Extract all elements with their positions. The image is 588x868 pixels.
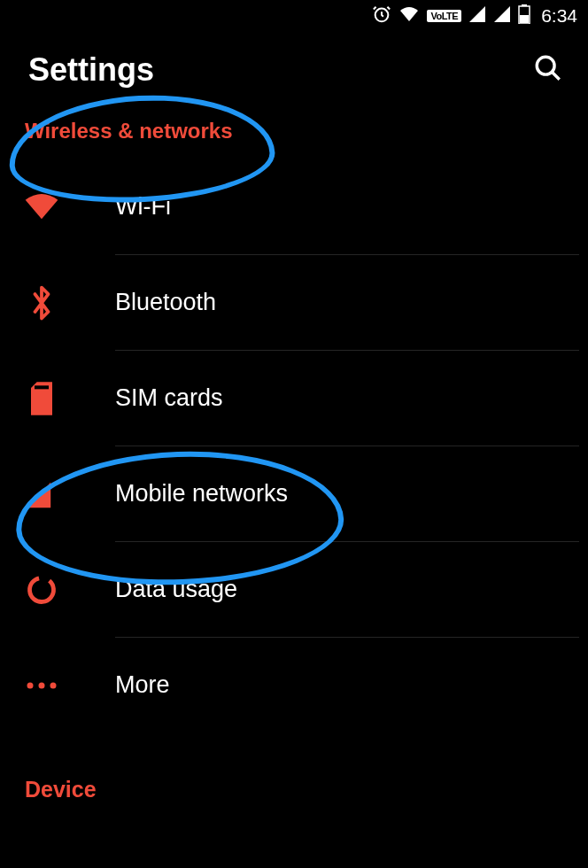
svg-rect-3 <box>520 15 529 23</box>
status-bar: VoLTE 6:34 <box>0 0 588 32</box>
page-header: Settings <box>0 32 588 108</box>
svg-point-9 <box>39 682 45 688</box>
svg-rect-6 <box>35 385 49 389</box>
settings-item-more[interactable]: More <box>0 638 588 732</box>
data-usage-icon <box>21 570 62 610</box>
settings-item-sim[interactable]: SIM cards <box>0 351 588 446</box>
sim-icon <box>21 378 62 419</box>
signal-icon-2 <box>493 5 511 27</box>
settings-item-label: Bluetooth <box>115 289 216 316</box>
settings-item-data-usage[interactable]: Data usage <box>0 542 588 637</box>
settings-item-mobile-networks[interactable]: Mobile networks <box>0 446 588 541</box>
settings-item-label: Wi-Fi <box>115 193 171 221</box>
bluetooth-icon <box>21 283 62 323</box>
wifi-status-icon <box>398 5 420 27</box>
settings-item-label: Data usage <box>115 576 237 603</box>
page-title: Settings <box>28 51 154 89</box>
more-icon <box>21 665 62 706</box>
settings-list-wireless: Wi-Fi Bluetooth SIM cards Mobile network… <box>0 159 588 732</box>
alarm-icon <box>372 4 391 27</box>
svg-line-5 <box>552 72 560 80</box>
svg-point-8 <box>27 682 34 688</box>
settings-item-label: More <box>115 671 170 699</box>
settings-item-bluetooth[interactable]: Bluetooth <box>0 255 588 350</box>
settings-item-wifi[interactable]: Wi-Fi <box>0 159 588 254</box>
settings-item-label: Mobile networks <box>115 480 288 508</box>
section-header-device: Device <box>0 732 588 818</box>
svg-point-7 <box>26 574 58 606</box>
wifi-icon <box>21 187 62 228</box>
svg-point-4 <box>537 57 554 74</box>
settings-item-label: SIM cards <box>115 384 223 412</box>
section-header-wireless: Wireless & networks <box>0 108 588 159</box>
mobile-networks-icon <box>21 474 62 515</box>
search-button[interactable] <box>533 53 563 87</box>
signal-icon-1 <box>468 5 486 27</box>
svg-point-10 <box>50 682 57 688</box>
volte-badge: VoLTE <box>427 10 461 22</box>
status-time: 6:34 <box>541 5 577 27</box>
battery-icon <box>518 4 530 27</box>
